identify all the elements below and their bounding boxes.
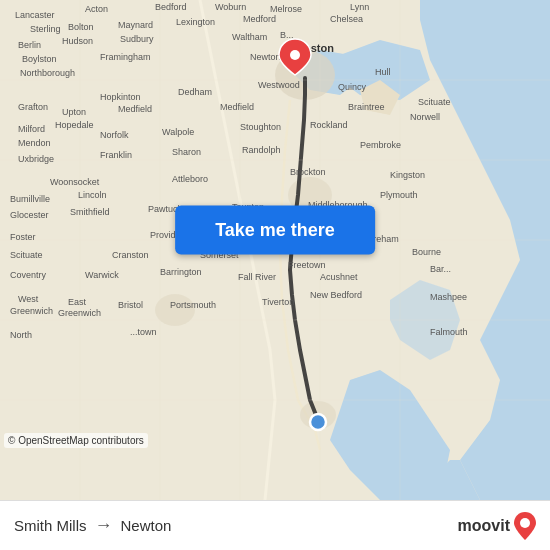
- svg-text:Acushnet: Acushnet: [320, 272, 358, 282]
- svg-text:Attleboro: Attleboro: [172, 174, 208, 184]
- svg-text:Walpole: Walpole: [162, 127, 194, 137]
- arrow-icon: →: [95, 515, 113, 536]
- svg-text:Lincoln: Lincoln: [78, 190, 107, 200]
- svg-text:Scituate: Scituate: [10, 250, 43, 260]
- svg-text:Franklin: Franklin: [100, 150, 132, 160]
- svg-text:Melrose: Melrose: [270, 4, 302, 14]
- svg-text:East: East: [68, 297, 87, 307]
- svg-text:Bourne: Bourne: [412, 247, 441, 257]
- svg-text:Rockland: Rockland: [310, 120, 348, 130]
- svg-text:Waltham: Waltham: [232, 32, 267, 42]
- svg-text:North: North: [10, 330, 32, 340]
- moovit-pin-icon: [514, 512, 536, 540]
- svg-text:Lancaster: Lancaster: [15, 10, 55, 20]
- svg-text:Fall River: Fall River: [238, 272, 276, 282]
- svg-point-101: [310, 414, 326, 430]
- svg-point-3: [155, 294, 195, 326]
- svg-text:Foster: Foster: [10, 232, 36, 242]
- svg-text:Norwell: Norwell: [410, 112, 440, 122]
- svg-point-100: [290, 50, 300, 60]
- svg-text:Dedham: Dedham: [178, 87, 212, 97]
- svg-text:Maynard: Maynard: [118, 20, 153, 30]
- svg-text:Hudson: Hudson: [62, 36, 93, 46]
- svg-text:Bedford: Bedford: [155, 2, 187, 12]
- svg-text:Bolton: Bolton: [68, 22, 94, 32]
- take-me-there-button[interactable]: Take me there: [175, 206, 375, 255]
- svg-text:Falmouth: Falmouth: [430, 327, 468, 337]
- svg-text:Quincy: Quincy: [338, 82, 367, 92]
- svg-text:Berlin: Berlin: [18, 40, 41, 50]
- svg-text:Warwick: Warwick: [85, 270, 119, 280]
- svg-text:Woburn: Woburn: [215, 2, 246, 12]
- svg-point-102: [520, 518, 530, 528]
- svg-text:Coventry: Coventry: [10, 270, 47, 280]
- svg-text:Medford: Medford: [243, 14, 276, 24]
- svg-text:Kingston: Kingston: [390, 170, 425, 180]
- svg-text:Greenwich: Greenwich: [58, 308, 101, 318]
- svg-text:Braintree: Braintree: [348, 102, 385, 112]
- svg-text:Uxbridge: Uxbridge: [18, 154, 54, 164]
- svg-text:Tiverton: Tiverton: [262, 297, 294, 307]
- svg-text:Upton: Upton: [62, 107, 86, 117]
- origin-label: Smith Mills: [14, 517, 87, 534]
- svg-text:Sterling: Sterling: [30, 24, 61, 34]
- svg-text:Hopkinton: Hopkinton: [100, 92, 141, 102]
- bottom-bar: Smith Mills → Newton moovit: [0, 500, 550, 550]
- svg-text:Hull: Hull: [375, 67, 391, 77]
- svg-text:Hopedale: Hopedale: [55, 120, 94, 130]
- svg-text:Woonsocket: Woonsocket: [50, 177, 100, 187]
- route-info: Smith Mills → Newton: [14, 515, 171, 536]
- svg-text:Newton: Newton: [250, 52, 281, 62]
- svg-text:Northborough: Northborough: [20, 68, 75, 78]
- svg-text:Medfield: Medfield: [118, 104, 152, 114]
- svg-text:Medfield: Medfield: [220, 102, 254, 112]
- svg-text:Westwood: Westwood: [258, 80, 300, 90]
- svg-text:Sharon: Sharon: [172, 147, 201, 157]
- svg-text:Chelsea: Chelsea: [330, 14, 363, 24]
- svg-text:Bumillville: Bumillville: [10, 194, 50, 204]
- svg-text:Bar...: Bar...: [430, 264, 451, 274]
- svg-text:West: West: [18, 294, 39, 304]
- osm-attribution: © OpenStreetMap contributors: [4, 433, 148, 448]
- svg-text:B...: B...: [280, 30, 294, 40]
- destination-label: Newton: [121, 517, 172, 534]
- svg-text:Brockton: Brockton: [290, 167, 326, 177]
- svg-text:Freetown: Freetown: [288, 260, 326, 270]
- svg-text:Glocester: Glocester: [10, 210, 49, 220]
- moovit-text: moovit: [458, 517, 510, 535]
- svg-text:Lexington: Lexington: [176, 17, 215, 27]
- svg-text:Acton: Acton: [85, 4, 108, 14]
- svg-text:...town: ...town: [130, 327, 157, 337]
- svg-text:Framingham: Framingham: [100, 52, 151, 62]
- moovit-logo: moovit: [458, 512, 536, 540]
- svg-text:Milford: Milford: [18, 124, 45, 134]
- svg-text:Portsmouth: Portsmouth: [170, 300, 216, 310]
- map-container: Lancaster Acton Bedford Woburn Melrose L…: [0, 0, 550, 500]
- svg-text:Sudbury: Sudbury: [120, 34, 154, 44]
- svg-text:Mashpee: Mashpee: [430, 292, 467, 302]
- svg-text:Plymouth: Plymouth: [380, 190, 418, 200]
- svg-text:Cranston: Cranston: [112, 250, 149, 260]
- svg-text:Grafton: Grafton: [18, 102, 48, 112]
- svg-text:Stoughton: Stoughton: [240, 122, 281, 132]
- svg-text:Scituate: Scituate: [418, 97, 451, 107]
- svg-text:Lynn: Lynn: [350, 2, 369, 12]
- svg-text:Mendon: Mendon: [18, 138, 51, 148]
- svg-text:Smithfield: Smithfield: [70, 207, 110, 217]
- svg-text:Norfolk: Norfolk: [100, 130, 129, 140]
- svg-text:Pembroke: Pembroke: [360, 140, 401, 150]
- svg-text:Bristol: Bristol: [118, 300, 143, 310]
- svg-text:Greenwich: Greenwich: [10, 306, 53, 316]
- svg-text:Barrington: Barrington: [160, 267, 202, 277]
- svg-text:Boylston: Boylston: [22, 54, 57, 64]
- svg-text:Randolph: Randolph: [242, 145, 281, 155]
- svg-text:New Bedford: New Bedford: [310, 290, 362, 300]
